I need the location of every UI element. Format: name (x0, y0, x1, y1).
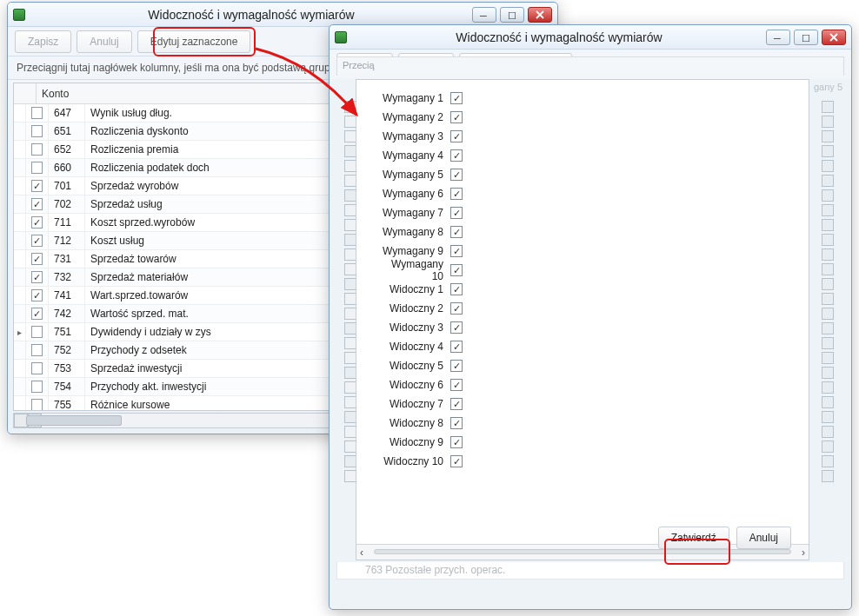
row-checkbox-cell[interactable] (26, 123, 49, 140)
checkbox-icon[interactable] (31, 216, 43, 229)
checkbox-icon[interactable] (31, 326, 43, 338)
row-checkbox-cell[interactable] (26, 232, 49, 249)
row-indicator: ▸ (14, 323, 26, 341)
option-checkbox[interactable] (450, 111, 463, 123)
maximize-button[interactable]: ☐ (500, 7, 524, 23)
checkbox-icon[interactable] (31, 362, 43, 374)
col-checkbox[interactable] (14, 83, 37, 103)
ghost-checkbox (344, 160, 356, 172)
option-checkbox[interactable] (450, 245, 463, 257)
option-checkbox[interactable] (450, 283, 463, 295)
row-code: 647 (49, 104, 85, 122)
checkbox-icon[interactable] (31, 289, 43, 301)
option-label: Wymagany 2 (381, 111, 450, 123)
option-checkbox[interactable] (450, 226, 463, 238)
option-row: Wymagany 7 (381, 203, 784, 222)
checkbox-icon[interactable] (31, 344, 43, 356)
checkbox-icon[interactable] (31, 125, 43, 137)
row-checkbox-cell[interactable] (26, 396, 49, 411)
row-indicator (14, 177, 26, 195)
checkbox-icon[interactable] (31, 271, 43, 283)
ghost-checkbox (344, 470, 356, 482)
row-checkbox-cell[interactable] (26, 287, 49, 304)
row-checkbox-cell[interactable] (26, 195, 49, 213)
row-checkbox-cell[interactable] (26, 214, 49, 231)
option-checkbox[interactable] (450, 207, 463, 219)
row-indicator (14, 341, 26, 359)
row-indicator (14, 232, 26, 249)
row-checkbox-cell[interactable] (26, 104, 49, 122)
ghost-checkbox (822, 160, 834, 172)
row-code: 741 (49, 287, 85, 304)
row-checkbox-cell[interactable] (26, 305, 49, 322)
option-row: Widoczny 8 (381, 414, 784, 433)
option-checkbox[interactable] (450, 360, 463, 372)
cancel-button-dialog[interactable]: Anuluj (736, 527, 791, 549)
option-checkbox[interactable] (450, 264, 463, 276)
checkbox-icon[interactable] (31, 107, 43, 119)
checkbox-icon[interactable] (31, 399, 43, 411)
option-row: Wymagany 5 (381, 165, 784, 184)
option-row: Widoczny 3 (381, 318, 784, 337)
option-checkbox[interactable] (450, 398, 463, 410)
option-checkbox[interactable] (450, 417, 463, 429)
close-button[interactable] (528, 7, 552, 23)
checkbox-icon[interactable] (31, 162, 43, 174)
row-checkbox-cell[interactable] (26, 159, 49, 176)
ghost-checkbox (822, 234, 834, 246)
edit-selected-button[interactable]: Edytuj zaznaczone (137, 30, 251, 53)
row-code: 732 (49, 268, 85, 286)
checkbox-icon[interactable] (31, 143, 43, 156)
option-checkbox[interactable] (450, 379, 463, 391)
app-icon (335, 31, 347, 43)
window-title-front: Widoczność i wymagalność wymiarów (352, 30, 766, 44)
scrollbar-thumb[interactable] (26, 415, 122, 426)
minimize-button[interactable]: ─ (472, 7, 496, 23)
row-checkbox-cell[interactable] (26, 177, 49, 195)
row-checkbox-cell[interactable] (26, 323, 49, 341)
ghost-checkbox (822, 278, 834, 290)
option-checkbox[interactable] (450, 149, 463, 162)
option-row: Widoczny 10 (381, 452, 784, 471)
maximize-button[interactable]: ☐ (794, 30, 818, 45)
option-row: Widoczny 6 (381, 375, 784, 394)
confirm-button[interactable]: Zatwierdź (658, 527, 729, 549)
row-checkbox-cell[interactable] (26, 378, 49, 395)
row-checkbox-cell[interactable] (26, 141, 49, 158)
option-checkbox[interactable] (450, 169, 463, 181)
checkbox-icon[interactable] (31, 180, 43, 192)
row-code: 731 (49, 250, 85, 268)
option-checkbox[interactable] (450, 188, 463, 200)
ghost-checkbox (822, 145, 834, 157)
row-checkbox-cell[interactable] (26, 250, 49, 268)
close-button[interactable] (822, 30, 846, 45)
option-checkbox[interactable] (450, 455, 463, 467)
checkbox-icon[interactable] (31, 198, 43, 210)
ghost-checkbox (822, 337, 834, 349)
titlebar-front[interactable]: Widoczność i wymagalność wymiarów ─ ☐ (330, 25, 851, 50)
row-code: 755 (49, 396, 85, 411)
option-checkbox[interactable] (450, 321, 463, 334)
option-checkbox[interactable] (450, 341, 463, 353)
cancel-button[interactable]: Anuluj (77, 30, 131, 53)
row-checkbox-cell[interactable] (26, 360, 49, 377)
option-checkbox[interactable] (450, 302, 463, 315)
checkbox-icon[interactable] (31, 235, 43, 247)
ghost-checkbox (344, 130, 356, 142)
checkbox-icon[interactable] (31, 253, 43, 265)
checkbox-icon[interactable] (31, 381, 43, 393)
checkbox-icon[interactable] (31, 308, 43, 320)
ghost-checkbox (822, 470, 834, 482)
titlebar-back[interactable]: Widoczność i wymagalność wymiarów ─ ☐ (8, 3, 557, 27)
row-indicator (14, 104, 26, 122)
option-checkbox[interactable] (450, 92, 463, 104)
minimize-button[interactable]: ─ (766, 30, 790, 45)
row-checkbox-cell[interactable] (26, 341, 49, 359)
option-checkbox[interactable] (450, 130, 463, 142)
window-title-back: Widoczność i wymagalność wymiarów (30, 8, 472, 22)
save-button[interactable]: Zapisz (15, 30, 71, 53)
row-checkbox-cell[interactable] (26, 268, 49, 286)
option-checkbox[interactable] (450, 436, 463, 448)
scroll-track[interactable] (374, 549, 791, 554)
ghost-checkbox (344, 278, 356, 290)
